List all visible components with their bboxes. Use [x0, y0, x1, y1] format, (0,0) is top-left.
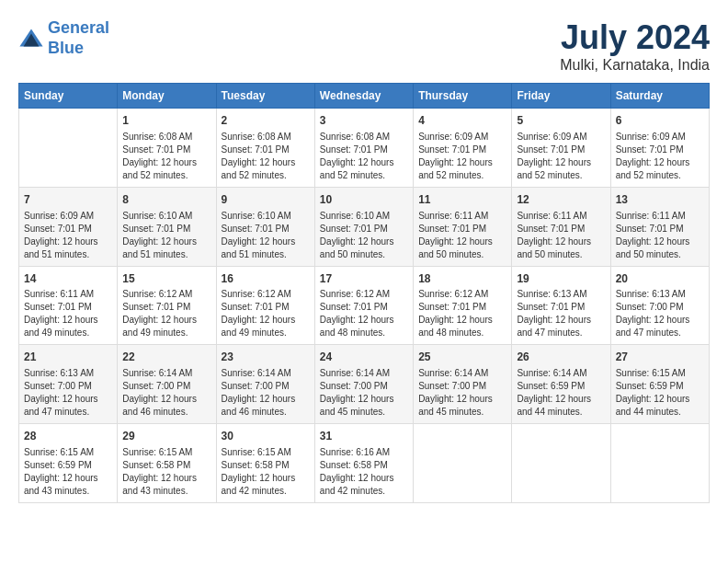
day-number: 28 — [24, 429, 112, 444]
day-number: 4 — [418, 113, 506, 129]
column-header-sunday: Sunday — [19, 84, 118, 109]
calendar-cell: 10Sunrise: 6:10 AM Sunset: 7:01 PM Dayli… — [314, 187, 413, 266]
day-info: Sunrise: 6:14 AM Sunset: 7:00 PM Dayligh… — [222, 367, 310, 419]
calendar-cell: 27Sunrise: 6:15 AM Sunset: 6:59 PM Dayli… — [610, 345, 709, 424]
logo-text-line2: Blue — [48, 39, 109, 59]
calendar-cell: 28Sunrise: 6:15 AM Sunset: 6:59 PM Dayli… — [19, 424, 118, 503]
calendar-cell: 5Sunrise: 6:09 AM Sunset: 7:01 PM Daylig… — [512, 109, 610, 188]
day-info: Sunrise: 6:09 AM Sunset: 7:01 PM Dayligh… — [418, 131, 506, 182]
day-number: 20 — [616, 271, 704, 287]
day-info: Sunrise: 6:08 AM Sunset: 7:01 PM Dayligh… — [122, 131, 210, 182]
day-info: Sunrise: 6:11 AM Sunset: 7:01 PM Dayligh… — [418, 210, 506, 261]
day-number: 17 — [320, 271, 408, 287]
calendar-cell: 13Sunrise: 6:11 AM Sunset: 7:01 PM Dayli… — [610, 187, 709, 266]
main-title: July 2024 — [560, 18, 710, 57]
day-number: 26 — [517, 350, 605, 365]
day-number: 19 — [517, 271, 605, 287]
day-info: Sunrise: 6:12 AM Sunset: 7:01 PM Dayligh… — [222, 288, 310, 339]
day-info: Sunrise: 6:14 AM Sunset: 7:00 PM Dayligh… — [320, 367, 408, 419]
column-header-friday: Friday — [512, 84, 610, 109]
calendar-cell — [19, 109, 118, 188]
subtitle: Mulki, Karnataka, India — [560, 57, 710, 74]
day-number: 27 — [616, 350, 704, 365]
calendar-cell: 6Sunrise: 6:09 AM Sunset: 7:01 PM Daylig… — [610, 109, 709, 188]
calendar-week-row: 14Sunrise: 6:11 AM Sunset: 7:01 PM Dayli… — [19, 266, 710, 345]
calendar-week-row: 28Sunrise: 6:15 AM Sunset: 6:59 PM Dayli… — [19, 424, 710, 503]
column-header-wednesday: Wednesday — [314, 84, 413, 109]
day-number: 7 — [24, 192, 112, 208]
day-number: 8 — [122, 192, 210, 208]
day-number: 31 — [320, 429, 408, 444]
day-info: Sunrise: 6:15 AM Sunset: 6:58 PM Dayligh… — [222, 446, 310, 498]
day-number: 24 — [320, 350, 408, 365]
calendar-cell — [610, 424, 709, 503]
calendar-cell — [414, 424, 512, 503]
title-block: July 2024 Mulki, Karnataka, India — [560, 18, 710, 74]
calendar-cell: 15Sunrise: 6:12 AM Sunset: 7:01 PM Dayli… — [118, 266, 216, 345]
day-info: Sunrise: 6:12 AM Sunset: 7:01 PM Dayligh… — [418, 288, 506, 339]
day-number: 6 — [616, 113, 704, 129]
day-number: 15 — [122, 271, 210, 287]
calendar-cell: 7Sunrise: 6:09 AM Sunset: 7:01 PM Daylig… — [19, 187, 118, 266]
day-number: 2 — [222, 113, 310, 129]
day-number: 13 — [616, 192, 704, 208]
calendar-cell: 4Sunrise: 6:09 AM Sunset: 7:01 PM Daylig… — [414, 109, 512, 188]
day-number: 30 — [222, 429, 310, 444]
day-info: Sunrise: 6:15 AM Sunset: 6:58 PM Dayligh… — [122, 446, 210, 498]
day-info: Sunrise: 6:09 AM Sunset: 7:01 PM Dayligh… — [616, 131, 704, 182]
calendar-cell: 14Sunrise: 6:11 AM Sunset: 7:01 PM Dayli… — [19, 266, 118, 345]
day-number: 12 — [517, 192, 605, 208]
day-info: Sunrise: 6:15 AM Sunset: 6:59 PM Dayligh… — [24, 446, 112, 498]
day-info: Sunrise: 6:13 AM Sunset: 7:00 PM Dayligh… — [616, 288, 704, 339]
calendar-week-row: 1Sunrise: 6:08 AM Sunset: 7:01 PM Daylig… — [19, 109, 710, 188]
page-header: General Blue July 2024 Mulki, Karnataka,… — [18, 18, 710, 74]
logo-icon — [18, 26, 44, 52]
calendar-cell: 11Sunrise: 6:11 AM Sunset: 7:01 PM Dayli… — [414, 187, 512, 266]
calendar-cell: 23Sunrise: 6:14 AM Sunset: 7:00 PM Dayli… — [216, 345, 314, 424]
day-info: Sunrise: 6:12 AM Sunset: 7:01 PM Dayligh… — [320, 288, 408, 339]
calendar-cell — [512, 424, 610, 503]
calendar-cell: 21Sunrise: 6:13 AM Sunset: 7:00 PM Dayli… — [19, 345, 118, 424]
calendar-week-row: 21Sunrise: 6:13 AM Sunset: 7:00 PM Dayli… — [19, 345, 710, 424]
logo-text-line1: General — [48, 18, 109, 39]
day-info: Sunrise: 6:11 AM Sunset: 7:01 PM Dayligh… — [616, 210, 704, 261]
day-info: Sunrise: 6:16 AM Sunset: 6:58 PM Dayligh… — [320, 446, 408, 498]
column-header-saturday: Saturday — [610, 84, 709, 109]
calendar-cell: 31Sunrise: 6:16 AM Sunset: 6:58 PM Dayli… — [314, 424, 413, 503]
day-number: 14 — [24, 271, 112, 287]
day-number: 21 — [24, 350, 112, 365]
calendar-cell: 12Sunrise: 6:11 AM Sunset: 7:01 PM Dayli… — [512, 187, 610, 266]
day-info: Sunrise: 6:15 AM Sunset: 6:59 PM Dayligh… — [616, 367, 704, 419]
calendar-cell: 25Sunrise: 6:14 AM Sunset: 7:00 PM Dayli… — [414, 345, 512, 424]
calendar-cell: 26Sunrise: 6:14 AM Sunset: 6:59 PM Dayli… — [512, 345, 610, 424]
day-info: Sunrise: 6:10 AM Sunset: 7:01 PM Dayligh… — [320, 210, 408, 261]
calendar-week-row: 7Sunrise: 6:09 AM Sunset: 7:01 PM Daylig… — [19, 187, 710, 266]
day-info: Sunrise: 6:09 AM Sunset: 7:01 PM Dayligh… — [517, 131, 605, 182]
calendar-header-row: SundayMondayTuesdayWednesdayThursdayFrid… — [19, 84, 710, 109]
day-info: Sunrise: 6:10 AM Sunset: 7:01 PM Dayligh… — [122, 210, 210, 261]
calendar-cell: 19Sunrise: 6:13 AM Sunset: 7:01 PM Dayli… — [512, 266, 610, 345]
calendar-cell: 16Sunrise: 6:12 AM Sunset: 7:01 PM Dayli… — [216, 266, 314, 345]
calendar-cell: 8Sunrise: 6:10 AM Sunset: 7:01 PM Daylig… — [118, 187, 216, 266]
calendar-cell: 29Sunrise: 6:15 AM Sunset: 6:58 PM Dayli… — [118, 424, 216, 503]
day-number: 9 — [222, 192, 310, 208]
column-header-monday: Monday — [118, 84, 216, 109]
calendar-cell: 30Sunrise: 6:15 AM Sunset: 6:58 PM Dayli… — [216, 424, 314, 503]
day-info: Sunrise: 6:13 AM Sunset: 7:01 PM Dayligh… — [517, 288, 605, 339]
day-info: Sunrise: 6:13 AM Sunset: 7:00 PM Dayligh… — [24, 367, 112, 419]
day-number: 16 — [222, 271, 310, 287]
day-number: 29 — [122, 429, 210, 444]
day-info: Sunrise: 6:11 AM Sunset: 7:01 PM Dayligh… — [517, 210, 605, 261]
day-number: 10 — [320, 192, 408, 208]
column-header-thursday: Thursday — [414, 84, 512, 109]
calendar-cell: 2Sunrise: 6:08 AM Sunset: 7:01 PM Daylig… — [216, 109, 314, 188]
day-number: 22 — [122, 350, 210, 365]
day-number: 5 — [517, 113, 605, 129]
day-info: Sunrise: 6:14 AM Sunset: 7:00 PM Dayligh… — [418, 367, 506, 419]
day-number: 11 — [418, 192, 506, 208]
calendar-cell: 24Sunrise: 6:14 AM Sunset: 7:00 PM Dayli… — [314, 345, 413, 424]
day-info: Sunrise: 6:08 AM Sunset: 7:01 PM Dayligh… — [320, 131, 408, 182]
day-info: Sunrise: 6:11 AM Sunset: 7:01 PM Dayligh… — [24, 288, 112, 339]
calendar-cell: 22Sunrise: 6:14 AM Sunset: 7:00 PM Dayli… — [118, 345, 216, 424]
calendar-cell: 17Sunrise: 6:12 AM Sunset: 7:01 PM Dayli… — [314, 266, 413, 345]
